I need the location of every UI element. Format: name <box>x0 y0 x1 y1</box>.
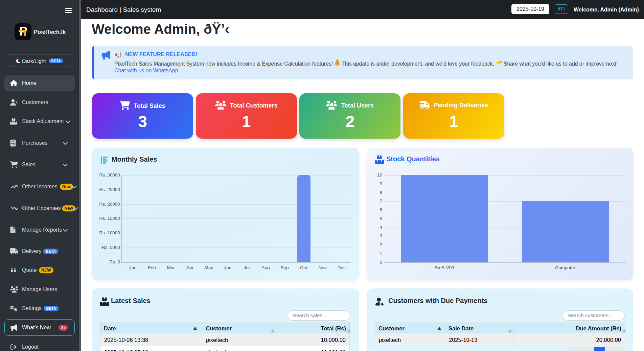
svg-text:$: $ <box>337 62 338 65</box>
